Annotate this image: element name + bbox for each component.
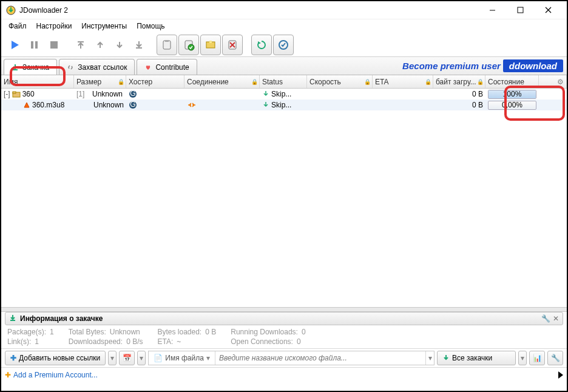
window-title: JDownloader 2 [19,6,478,15]
lock-icon: 🔒 [118,79,124,85]
overview-button[interactable]: 📊 [529,351,545,365]
file-icon [23,101,30,109]
tab-downloads-label: Закачка [22,63,49,72]
auto-extract-button[interactable] [200,35,221,55]
plus-icon: ✚ [10,354,16,362]
add-links-dropdown[interactable]: ▾ [108,351,117,365]
table-row[interactable]: 360.m3u8 Unknown G Skip... 0 B 0,00% [1,100,567,110]
play-button[interactable] [6,36,24,54]
col-size[interactable]: Размер🔒 [74,75,126,88]
all-downloads-dropdown[interactable]: ▾ [518,351,527,365]
progress-bar: 0,00% [488,101,536,110]
svg-rect-8 [50,41,58,49]
remove-button[interactable] [222,35,243,55]
plus-icon: ✚ [5,371,11,379]
stop-button[interactable] [45,36,63,54]
row-name: 360 [22,90,35,98]
hoster-icon: G [129,101,137,109]
row-bytes: 0 B [472,101,483,109]
wrench-icon: 🔧 [551,354,560,362]
table-row[interactable]: [-] 360 [1] Unknown G Skip... 0 B 100% [1,89,567,100]
lock-icon: 🔒 [364,79,371,85]
svg-rect-9 [163,41,171,49]
row-size: Unknown [93,101,124,109]
link-icon [67,64,74,71]
wrench-icon[interactable]: 🔧 [541,314,550,323]
clipboard-button[interactable] [157,35,177,55]
calendar-icon: 📅 [123,354,132,362]
menu-tools[interactable]: Инструменты [76,21,132,32]
svg-rect-7 [35,41,38,49]
row-bytes: 0 B [472,90,483,98]
calendar-button[interactable]: 📅 [119,351,135,365]
pause-button[interactable] [25,36,44,54]
maximize-button[interactable] [506,2,534,19]
heart-icon [144,64,152,71]
col-eta[interactable]: ETA🔒 [373,75,433,88]
menu-settings[interactable]: Настройки [32,21,77,32]
bottom-toolbar: ✚ Добавить новые ссылки ▾ 📅 ▾ 📄 Имя файл… [1,348,567,367]
column-headers: Имя Размер🔒 Хостер Соединение🔒 Status Ск… [1,75,567,89]
row-status: Skip... [271,90,291,98]
svg-rect-14 [209,41,212,43]
svg-rect-2 [518,7,523,13]
svg-marker-18 [258,41,261,44]
row-count: [1] [76,90,84,98]
col-settings[interactable]: ⚙ [539,75,567,88]
search-dropdown[interactable]: ▾ [425,351,434,365]
settings-button[interactable]: 🔧 [547,351,563,365]
menu-file[interactable]: Файл [4,21,32,32]
calendar-dropdown[interactable]: ▾ [137,351,146,365]
svg-marker-25 [24,103,29,107]
tree-expander[interactable]: [-] [4,90,10,98]
update-button[interactable] [273,35,294,55]
move-down-button[interactable] [110,36,129,54]
tab-contribute-label: Contribute [155,63,189,72]
lock-icon: 🔒 [425,79,431,85]
splitter[interactable] [1,307,567,312]
move-bottom-button[interactable] [130,36,148,54]
app-icon [6,5,16,15]
clipboard-watch-button[interactable] [178,35,199,55]
col-status[interactable]: Status [260,75,307,88]
row-name: 360.m3u8 [32,101,64,109]
add-premium-link[interactable]: ✚ Add a Premium Account... [5,371,558,379]
status-icon [262,90,269,98]
col-hoster[interactable]: Хостер [126,75,184,88]
col-connection[interactable]: Соединение🔒 [184,75,260,88]
search-type-selector[interactable]: 📄 Имя файла ▾ [149,351,215,365]
all-downloads-button[interactable]: Все закачки [437,351,516,365]
close-icon[interactable]: ✕ [553,314,559,323]
col-bytes-loaded[interactable]: байт загру...🔒 [433,75,485,88]
col-speed[interactable]: Скорость🔒 [307,75,373,88]
gear-icon: ⚙ [557,78,564,86]
svg-rect-22 [13,92,16,93]
menu-help[interactable]: Помощь [132,21,169,32]
tab-contribute[interactable]: Contribute [137,59,197,75]
move-up-button[interactable] [91,36,109,54]
col-name[interactable]: Имя [1,75,74,88]
move-top-button[interactable] [72,36,90,54]
close-button[interactable] [534,2,562,19]
add-links-button[interactable]: ✚ Добавить новые ссылки [5,351,106,365]
lock-icon: 🔒 [477,79,484,85]
svg-rect-6 [31,41,33,49]
tabs-row: Закачка Захват ссылок Contribute Become … [1,57,567,75]
expand-arrow-icon[interactable] [558,371,563,379]
toolbar [1,33,567,57]
minimize-button[interactable] [478,2,506,19]
tab-downloads[interactable]: Закачка [4,59,57,75]
titlebar: JDownloader 2 [1,1,567,19]
premium-banner[interactable]: Become premium user ddownload [402,58,563,73]
reconnect-button[interactable] [251,35,272,55]
svg-marker-5 [12,41,19,49]
progress-bar: 100% [488,90,536,99]
document-icon: 📄 [154,354,163,362]
row-status: Skip... [271,101,291,109]
download-arrow-icon [9,314,18,323]
svg-rect-10 [165,40,169,42]
tab-linkgrabber[interactable]: Захват ссылок [59,59,135,75]
col-state[interactable]: Состояние [485,75,539,88]
hoster-icon: G [129,90,137,98]
search-input[interactable] [215,354,425,362]
